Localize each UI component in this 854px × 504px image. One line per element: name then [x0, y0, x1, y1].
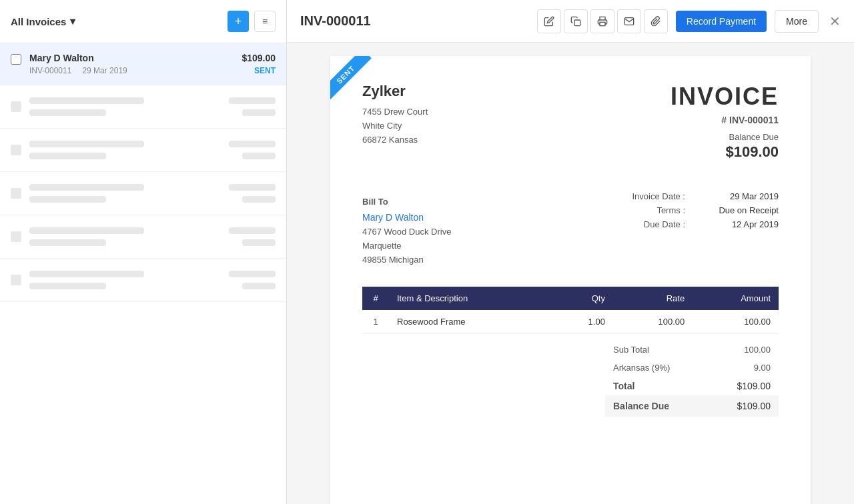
tax-value: 9.00 [754, 363, 771, 373]
row-num: 1 [362, 310, 389, 334]
invoice-title: INV-000011 [300, 13, 529, 29]
bill-to-address: 4767 Wood Duck Drive Marquette 49855 Mic… [362, 225, 451, 267]
email-icon [624, 16, 634, 27]
terms-row: Terms : Due on Receipt [657, 205, 779, 215]
invoice-number: INV-000011 [29, 66, 71, 75]
invoice-paper: SENT Zylker 7455 Drew Court White City 6… [330, 56, 811, 504]
svg-rect-0 [574, 20, 580, 26]
row-qty: 1.00 [552, 310, 613, 334]
attach-button[interactable] [644, 9, 668, 33]
email-button[interactable] [617, 9, 641, 33]
invoice-amount: $109.00 [242, 53, 276, 63]
tax-label: Arkansas (9%) [613, 363, 670, 373]
bill-to-label: Bill To [362, 197, 451, 207]
col-num: # [362, 287, 389, 310]
left-header: All Invoices ▾ + ≡ [0, 0, 286, 43]
table-row: 1 Rosewood Frame 1.00 100.00 100.00 [362, 310, 779, 334]
add-invoice-button[interactable]: + [228, 11, 249, 32]
invoice-date-value: 29 Mar 2019 [699, 191, 779, 201]
skeleton-row-4 [0, 215, 286, 259]
tax-row: Arkansas (9%) 9.00 [605, 359, 779, 377]
company-address-3: 66872 Kansas [362, 133, 428, 147]
invoice-meta-section: Invoice Date : 29 Mar 2019 Terms : Due o… [632, 191, 779, 229]
skeleton-right [229, 271, 276, 289]
sub-total-row: Sub Total 100.00 [605, 341, 779, 359]
invoice-status: SENT [242, 66, 276, 75]
left-panel: All Invoices ▾ + ≡ Mary D Walton INV-000… [0, 0, 287, 504]
col-amount: Amount [693, 287, 779, 310]
invoice-right-top: INVOICE # INV-000011 Balance Due $109.00 [671, 83, 779, 161]
col-rate: Rate [613, 287, 693, 310]
skeleton-line-right [229, 97, 276, 104]
invoice-document: SENT Zylker 7455 Drew Court White City 6… [287, 43, 854, 504]
skeleton-line-right [242, 239, 276, 246]
print-icon [597, 16, 608, 27]
invoice-date-label: Invoice Date : [632, 191, 686, 201]
skeleton-checkbox [11, 145, 21, 155]
print-button[interactable] [590, 9, 614, 33]
table-body: 1 Rosewood Frame 1.00 100.00 100.00 [362, 310, 779, 334]
skeleton-line-right [229, 141, 276, 147]
invoice-item-active[interactable]: Mary D Walton INV-000011 29 Mar 2019 $10… [0, 43, 286, 85]
skeleton-line [29, 239, 106, 246]
skeleton-line [29, 97, 144, 104]
skeleton-right [229, 141, 276, 159]
all-invoices-dropdown[interactable]: All Invoices ▾ [11, 15, 75, 27]
row-amount: 100.00 [693, 310, 779, 334]
row-rate: 100.00 [613, 310, 693, 334]
skeleton-checkbox [11, 275, 21, 285]
skeleton-row-5 [0, 259, 286, 302]
balance-due-amount: $109.00 [671, 143, 779, 161]
invoice-number-display: # INV-000011 [671, 115, 779, 125]
skeleton-content [29, 97, 221, 116]
invoice-top: Zylker 7455 Drew Court White City 66872 … [362, 83, 779, 161]
due-date-value: 12 Apr 2019 [699, 219, 779, 229]
terms-label: Terms : [657, 205, 685, 215]
skeleton-right [229, 97, 276, 116]
edit-icon [544, 16, 554, 27]
terms-value: Due on Receipt [699, 205, 779, 215]
more-button[interactable]: More [775, 10, 819, 33]
table-header-row: # Item & Description Qty Rate Amount [362, 287, 779, 310]
invoice-meta: INV-000011 29 Mar 2019 [29, 66, 242, 75]
copy-button[interactable] [564, 9, 588, 33]
skeleton-checkbox [11, 188, 21, 199]
sent-ribbon-label: SENT [330, 56, 372, 101]
header-actions: + ≡ [228, 11, 276, 32]
skeleton-checkbox [11, 101, 21, 112]
bill-meta-row: Bill To Mary D Walton 4767 Wood Duck Dri… [362, 181, 779, 267]
due-date-label: Due Date : [644, 219, 685, 229]
skeleton-line [29, 141, 144, 147]
sub-total-value: 100.00 [744, 345, 771, 355]
close-button[interactable]: ✕ [829, 13, 841, 29]
invoice-checkbox[interactable] [11, 54, 21, 65]
invoice-date: 29 Mar 2019 [82, 66, 127, 75]
invoice-date-row: Invoice Date : 29 Mar 2019 [632, 191, 779, 201]
edit-button[interactable] [537, 9, 561, 33]
total-label: Total [613, 381, 634, 391]
row-item: Rosewood Frame [389, 310, 552, 334]
sent-ribbon: SENT [330, 56, 384, 109]
invoice-header: INV-000011 Record Payment More ✕ [287, 0, 854, 43]
svg-rect-1 [600, 22, 605, 25]
skeleton-line-right [242, 283, 276, 289]
skeleton-content [29, 141, 221, 159]
invoice-customer-name: Mary D Walton [29, 53, 242, 63]
total-row: Total $109.00 [605, 377, 779, 395]
company-address-2: White City [362, 119, 428, 133]
skeleton-line [29, 271, 144, 277]
skeleton-line [29, 283, 106, 289]
col-qty: Qty [552, 287, 613, 310]
bill-to-address-3: 49855 Michigan [362, 253, 451, 267]
bill-to-address-1: 4767 Wood Duck Drive [362, 225, 451, 239]
record-payment-button[interactable]: Record Payment [676, 11, 767, 32]
skeleton-line [29, 184, 144, 191]
skeleton-content [29, 271, 221, 289]
totals-table: Sub Total 100.00 Arkansas (9%) 9.00 Tota… [605, 341, 779, 417]
skeleton-line-right [242, 196, 276, 203]
col-item: Item & Description [389, 287, 552, 310]
bill-to-name: Mary D Walton [362, 212, 451, 223]
menu-button[interactable]: ≡ [254, 11, 276, 32]
invoice-label: INVOICE [671, 83, 779, 111]
table-header: # Item & Description Qty Rate Amount [362, 287, 779, 310]
